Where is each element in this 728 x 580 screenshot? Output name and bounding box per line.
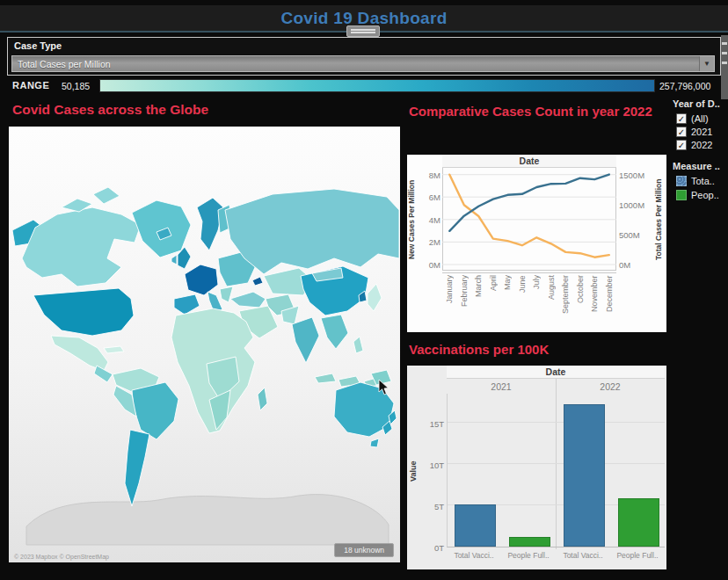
- bar-chart-panel[interactable]: Date 2021 2022 Value 0T5T10T15T Total Va…: [407, 366, 666, 569]
- gridline: [448, 463, 665, 464]
- month-label: June: [518, 275, 527, 330]
- year-group-2022: 2022: [556, 379, 665, 394]
- case-type-value: Total Cases per Million: [12, 59, 699, 69]
- bar-plot[interactable]: [447, 394, 665, 547]
- legend-item-people[interactable]: Peop..: [676, 190, 727, 200]
- filter-sidebar: Year of D.. ✓ (All) ✓ 2021 ✓ 2022 Measur…: [673, 98, 727, 204]
- case-type-filter: Case Type Total Cases per Million ▼: [7, 37, 721, 76]
- month-label: February: [460, 275, 469, 330]
- series-left[interactable]: [449, 175, 609, 257]
- legend-item-total[interactable]: Tota..: [676, 176, 727, 186]
- left-tick: 0M: [419, 260, 440, 270]
- left-axis-label: New Cases Per Million: [407, 168, 419, 271]
- bar-chart-date-header: Date: [447, 366, 665, 379]
- left-tick: 2M: [419, 237, 440, 247]
- covid-dashboard: Covid 19 Dashboard Case Type Total Cases…: [0, 0, 728, 580]
- month-label: May: [503, 275, 512, 330]
- left-tick: 8M: [419, 170, 440, 180]
- scrollbar-strip[interactable]: [721, 35, 728, 99]
- month-label: October: [576, 275, 585, 330]
- world-map-panel[interactable]: © 2023 Mapbox © OpenStreetMap 18 unknown: [9, 127, 400, 562]
- year-filter-option-all[interactable]: ✓ (All): [676, 113, 727, 124]
- world-map[interactable]: [9, 127, 400, 562]
- month-label: March: [474, 275, 483, 330]
- category-label: People Full..: [610, 551, 665, 560]
- drag-grip-handle[interactable]: [346, 25, 380, 37]
- category-label: Total Vacci..: [556, 551, 610, 560]
- month-label: December: [605, 275, 614, 330]
- line-plot[interactable]: [442, 168, 616, 271]
- chevron-down-icon[interactable]: ▼: [699, 56, 714, 71]
- bar-people-full-[interactable]: [618, 498, 659, 547]
- bar-chart-title: Vaccinations per 100K: [409, 342, 549, 357]
- year-group-2021: 2021: [447, 379, 556, 394]
- value-tick: 10T: [421, 460, 444, 470]
- value-tick: 5T: [421, 502, 444, 511]
- month-label: January: [445, 275, 454, 330]
- measure-legend-title: Measure ..: [673, 161, 727, 171]
- legend-swatch-green: [676, 190, 687, 200]
- month-label: August: [547, 275, 556, 330]
- right-tick: 1500M: [619, 170, 652, 180]
- mouse-cursor-icon: [378, 380, 390, 395]
- month-label: September: [561, 275, 570, 330]
- right-tick: 1000M: [619, 200, 652, 210]
- year-filter-option-2022[interactable]: ✓ 2022: [676, 140, 727, 150]
- category-label: Total Vacci..: [447, 551, 501, 560]
- map-attribution: © 2023 Mapbox © OpenStreetMap: [14, 554, 109, 560]
- series-right[interactable]: [449, 175, 609, 231]
- year-filter-option-2021[interactable]: ✓ 2021: [676, 127, 727, 137]
- range-max-value: 257,796,000: [659, 81, 710, 91]
- bar-total-vacci-[interactable]: [455, 504, 496, 547]
- month-axis-labels: JanuaryFebruaryMarchAprilMayJuneJulyAugu…: [442, 272, 616, 330]
- left-tick: 4M: [419, 215, 440, 225]
- line-chart-title: Comparative Cases Count in year 2022: [409, 102, 673, 121]
- value-axis-label: Value: [409, 418, 419, 524]
- value-tick: 0T: [421, 543, 444, 553]
- value-tick: 15T: [421, 419, 444, 429]
- case-type-label: Case Type: [14, 40, 62, 51]
- year-filter-title: Year of D..: [673, 98, 727, 109]
- range-legend: RANGE 50,185 257,796,000: [0, 77, 728, 95]
- unknown-count-badge[interactable]: 18 unknown: [334, 543, 394, 557]
- range-gradient-bar: [99, 79, 655, 92]
- case-type-dropdown[interactable]: Total Cases per Million ▼: [11, 55, 715, 72]
- bar-people-full-[interactable]: [509, 537, 550, 547]
- checkbox-checked-icon[interactable]: ✓: [676, 140, 687, 150]
- line-chart-panel[interactable]: Date New Cases Per Million Total Cases P…: [407, 155, 666, 332]
- range-min-value: 50,185: [62, 81, 90, 91]
- checkbox-checked-icon[interactable]: ✓: [676, 127, 687, 137]
- month-label: April: [489, 275, 498, 330]
- checkbox-checked-icon[interactable]: ✓: [676, 113, 687, 124]
- legend-swatch-blue: [676, 176, 687, 186]
- gridline: [448, 422, 665, 423]
- bar-total-vacci-[interactable]: [564, 404, 605, 547]
- right-axis-label: Total Cases Per Million: [654, 168, 666, 271]
- map-section-title: Covid Cases across the Globe: [12, 102, 208, 118]
- right-tick: 500M: [619, 230, 652, 240]
- left-tick: 6M: [419, 192, 440, 202]
- month-label: November: [590, 275, 599, 330]
- month-label: July: [532, 275, 541, 330]
- range-label: RANGE: [12, 80, 49, 91]
- right-tick: 0M: [619, 260, 652, 270]
- category-label: People Full..: [501, 551, 556, 560]
- line-chart-date-header: Date: [442, 155, 616, 168]
